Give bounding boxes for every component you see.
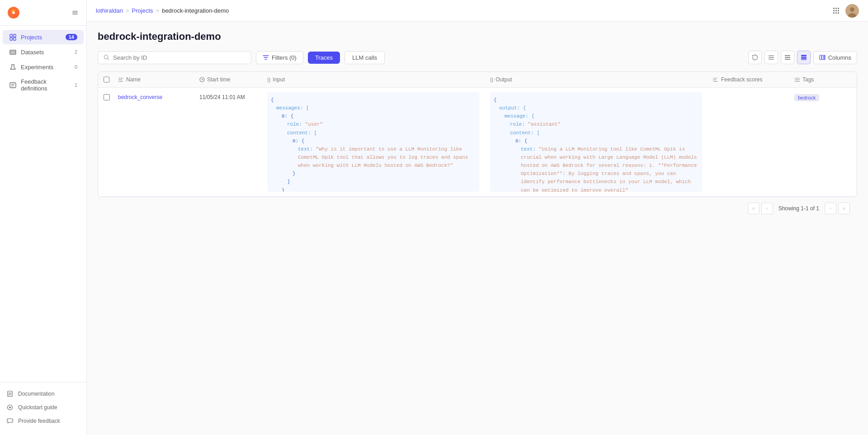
col-tags-header: Tags bbox=[789, 72, 857, 87]
svg-rect-6 bbox=[13, 34, 16, 37]
sidebar-item-projects[interactable]: Projects 14 bbox=[3, 30, 84, 44]
tags-col-icon bbox=[794, 77, 800, 83]
sidebar-experiments-badge: 0 bbox=[75, 64, 77, 70]
breadcrumb-current: bedrock-integration-demo bbox=[162, 7, 229, 14]
svg-rect-30 bbox=[769, 59, 774, 60]
row-tags: bedrock bbox=[789, 88, 857, 106]
comet-logo-icon bbox=[7, 6, 20, 19]
page-content: bedrock-integration-demo Filters (0) Tra… bbox=[87, 22, 868, 435]
breadcrumb-user[interactable]: lothiraldan bbox=[96, 7, 123, 14]
page-info: Showing 1-1 of 1 bbox=[775, 205, 823, 212]
select-all-checkbox[interactable] bbox=[104, 76, 109, 83]
svg-point-24 bbox=[850, 7, 854, 12]
breadcrumb: lothiraldan > Projects > bedrock-integra… bbox=[96, 7, 229, 14]
topbar: lothiraldan > Projects > bedrock-integra… bbox=[87, 0, 868, 22]
svg-rect-38 bbox=[822, 55, 824, 60]
col-checkbox bbox=[98, 72, 113, 87]
provide-feedback-link[interactable]: Provide feedback bbox=[0, 414, 86, 428]
col-feedback-header: Feedback scores bbox=[708, 72, 789, 87]
documentation-link[interactable]: Documentation bbox=[0, 387, 86, 401]
sidebar-item-datasets-label: Datasets bbox=[21, 49, 44, 56]
name-col-icon bbox=[118, 77, 124, 83]
sidebar-logo bbox=[0, 0, 86, 26]
columns-icon bbox=[819, 54, 826, 61]
compact-view-icon bbox=[784, 54, 791, 61]
user-avatar[interactable] bbox=[845, 4, 859, 18]
table-row[interactable]: bedrock_converse 11/05/24 11:01 AM { mes… bbox=[98, 88, 857, 197]
traces-tab-button[interactable]: Traces bbox=[308, 52, 340, 64]
row-select-checkbox[interactable] bbox=[104, 94, 110, 100]
col-name-label: Name bbox=[126, 76, 141, 83]
quickstart-icon bbox=[6, 404, 14, 411]
svg-rect-22 bbox=[7, 419, 13, 422]
row-checkbox bbox=[98, 88, 113, 106]
quickstart-label: Quickstart guide bbox=[18, 404, 57, 411]
sidebar-item-feedback-definitions-label: Feedback definitions bbox=[21, 78, 70, 92]
refresh-button[interactable] bbox=[748, 51, 762, 64]
pagination: « ‹ Showing 1-1 of 1 › » bbox=[98, 197, 857, 220]
llm-calls-tab-button[interactable]: LLM calls bbox=[344, 51, 385, 64]
quickstart-guide-link[interactable]: Quickstart guide bbox=[0, 401, 86, 414]
row-name: bedrock_converse bbox=[113, 88, 194, 105]
documentation-label: Documentation bbox=[18, 391, 55, 397]
expanded-view-icon bbox=[801, 54, 807, 61]
columns-button[interactable]: Columns bbox=[813, 51, 857, 64]
sidebar-toggle-button[interactable] bbox=[71, 9, 79, 17]
sidebar-nav: Projects 14 Datasets 2 Experiments 0 Fee… bbox=[0, 26, 86, 382]
topbar-right bbox=[831, 4, 859, 18]
col-feedback-label: Feedback scores bbox=[721, 76, 762, 83]
svg-rect-29 bbox=[769, 57, 774, 58]
col-input-header: {} Input bbox=[262, 72, 485, 87]
breadcrumb-sep1: > bbox=[126, 7, 129, 14]
svg-rect-8 bbox=[13, 38, 16, 40]
sidebar-item-datasets[interactable]: Datasets 2 bbox=[3, 45, 84, 59]
prev-page-button[interactable]: ‹ bbox=[761, 203, 773, 214]
view-list-button[interactable] bbox=[764, 51, 778, 64]
view-compact-button[interactable] bbox=[781, 51, 794, 64]
row-tag-bedrock[interactable]: bedrock bbox=[794, 94, 819, 101]
provide-feedback-label: Provide feedback bbox=[18, 418, 60, 424]
toolbar-right: Columns bbox=[748, 51, 857, 64]
page-title: bedrock-integration-demo bbox=[98, 31, 857, 43]
view-expanded-button[interactable] bbox=[797, 51, 811, 64]
trace-name[interactable]: bedrock_converse bbox=[118, 94, 162, 100]
col-input-label: Input bbox=[273, 76, 285, 83]
svg-marker-21 bbox=[9, 407, 12, 409]
filter-icon bbox=[263, 54, 269, 61]
col-starttime-label: Start time bbox=[207, 76, 230, 83]
toolbar: Filters (0) Traces LLM calls bbox=[98, 51, 857, 64]
columns-label: Columns bbox=[828, 54, 851, 61]
grid-menu-icon[interactable] bbox=[831, 6, 841, 16]
sidebar-item-experiments[interactable]: Experiments 0 bbox=[3, 60, 84, 74]
sidebar-item-feedback-definitions[interactable]: Feedback definitions 1 bbox=[3, 75, 84, 95]
svg-rect-32 bbox=[785, 57, 790, 58]
row-start-time: 11/05/24 11:01 AM bbox=[194, 88, 262, 105]
sidebar-feedback-badge: 1 bbox=[75, 82, 77, 88]
provide-feedback-icon bbox=[6, 417, 14, 425]
filter-button[interactable]: Filters (0) bbox=[256, 51, 303, 64]
row-feedback-scores bbox=[708, 88, 789, 97]
breadcrumb-section[interactable]: Projects bbox=[132, 7, 153, 14]
search-icon bbox=[104, 54, 109, 61]
svg-point-1 bbox=[12, 11, 15, 14]
feedback-col-icon bbox=[713, 77, 719, 83]
sidebar: Projects 14 Datasets 2 Experiments 0 Fee… bbox=[0, 0, 87, 435]
search-input[interactable] bbox=[113, 54, 245, 61]
last-page-button[interactable]: » bbox=[838, 203, 850, 214]
svg-rect-3 bbox=[72, 12, 78, 13]
datasets-icon bbox=[9, 48, 16, 56]
svg-line-27 bbox=[108, 58, 109, 60]
refresh-icon bbox=[752, 54, 758, 61]
traces-table: Name Start time {} Input {} Output Feedb… bbox=[98, 71, 857, 197]
experiments-icon bbox=[9, 63, 16, 71]
next-page-button[interactable]: › bbox=[825, 203, 836, 214]
first-page-button[interactable]: « bbox=[748, 203, 760, 214]
clock-icon bbox=[199, 77, 205, 82]
feedback-definitions-icon bbox=[9, 81, 16, 89]
sidebar-datasets-badge: 2 bbox=[75, 49, 77, 55]
list-view-icon bbox=[768, 54, 774, 61]
svg-rect-4 bbox=[72, 14, 78, 15]
svg-rect-37 bbox=[820, 55, 821, 60]
col-output-header: {} Output bbox=[485, 72, 708, 87]
col-name-header: Name bbox=[113, 72, 194, 87]
